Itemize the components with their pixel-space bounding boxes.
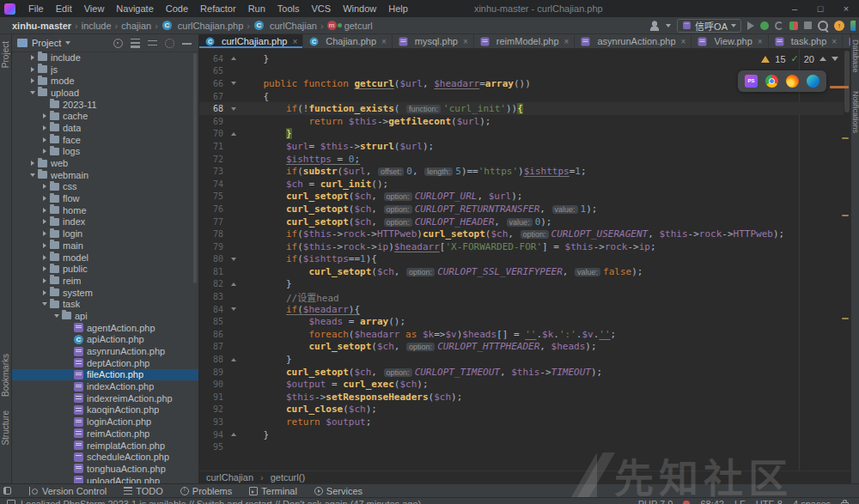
code-line-92[interactable]: 92 curl_close($ch); — [199, 404, 844, 416]
code-line-91[interactable]: 91 $this->setResponseHeaders($ch); — [199, 391, 844, 404]
debug-button[interactable] — [760, 21, 769, 30]
code-line-70[interactable]: 70 } — [199, 128, 844, 141]
code-line-94[interactable]: 94 } — [199, 428, 844, 441]
chevron-down-icon[interactable] — [666, 24, 671, 27]
menu-help[interactable]: Help — [382, 0, 414, 17]
line-number[interactable]: 74 — [199, 179, 227, 189]
code-line-78[interactable]: 78 if($this->rock->HTTPweb)curl_setopt($… — [199, 228, 844, 240]
scrollbar-caret-mark[interactable] — [830, 86, 849, 88]
tool-strip-database[interactable]: Database — [851, 39, 859, 73]
line-number[interactable]: 85 — [199, 317, 227, 326]
code-line-86[interactable]: 86 foreach($headarr as $k=>$v)$heads[] =… — [199, 328, 844, 341]
line-number[interactable]: 71 — [199, 142, 227, 151]
menu-navigate[interactable]: Navigate — [110, 0, 159, 17]
chevron-down-icon[interactable] — [65, 41, 70, 45]
hide-panel-icon[interactable] — [182, 39, 192, 48]
menu-edit[interactable]: Edit — [50, 0, 78, 17]
line-number[interactable]: 84 — [199, 305, 227, 314]
tab-reimModel.php[interactable]: reimModel.php× — [474, 34, 576, 48]
phpstorm-preview-icon[interactable]: PS — [745, 75, 758, 88]
tree-item-data[interactable]: data — [12, 122, 198, 134]
tab-curlChajian.php[interactable]: CcurlChajian.php× — [199, 34, 303, 48]
code-line-93[interactable]: 93 return $output; — [199, 416, 844, 428]
tree-item-apiAction.php[interactable]: CapiAction.php — [12, 334, 198, 346]
code-line-73[interactable]: 73 if(substr($url, offset:0, length:5)==… — [199, 165, 844, 178]
line-number[interactable]: 76 — [199, 204, 227, 214]
code-line-83[interactable]: 83 //设置head — [199, 290, 844, 303]
close-icon[interactable]: × — [463, 37, 468, 46]
tree-item-task[interactable]: task — [12, 298, 198, 310]
tool-version-control[interactable]: Version Control — [27, 486, 107, 496]
fold-icon[interactable] — [227, 258, 241, 261]
status-utf-8[interactable]: UTF-8 — [756, 499, 783, 504]
code-line-75[interactable]: 75 curl_setopt($ch, option:CURLOPT_URL, … — [199, 191, 844, 203]
fold-icon[interactable] — [227, 107, 241, 111]
tree-item-kaoqinAction.php[interactable]: kaoqinAction.php — [12, 404, 198, 416]
line-number[interactable]: 89 — [199, 367, 227, 377]
git-status-icon[interactable] — [683, 501, 690, 504]
breadcrumb-class[interactable]: curlChajian — [206, 472, 253, 483]
project-panel-title[interactable]: Project — [32, 38, 61, 48]
code-line-71[interactable]: 71 $url= $this->strurl($url); — [199, 140, 844, 153]
status-message[interactable]: Localized PhpStorm 2023.1 is available /… — [0, 498, 421, 504]
line-number[interactable]: 86 — [199, 330, 227, 339]
code-line-77[interactable]: 77 curl_setopt($ch, option:CURLOPT_HEADE… — [199, 216, 844, 228]
close-button[interactable]: × — [833, 0, 859, 17]
line-number[interactable]: 67 — [199, 92, 227, 101]
close-icon[interactable]: × — [681, 37, 686, 46]
code-line-80[interactable]: 80 if($ishttps==1){ — [199, 253, 844, 266]
tree-item-tonghuaAction.php[interactable]: tonghuaAction.php — [12, 463, 198, 475]
tree-item-index[interactable]: index — [12, 216, 198, 228]
breadcrumb-method[interactable]: getcurl() — [271, 472, 305, 483]
fold-icon[interactable] — [227, 282, 241, 286]
tree-item-reim[interactable]: reim — [12, 275, 198, 287]
tree-item-js[interactable]: js — [12, 64, 198, 76]
tab-task.php[interactable]: task.php× — [769, 34, 843, 48]
line-number[interactable]: 77 — [199, 217, 227, 227]
tree-item-flow[interactable]: flow — [12, 192, 198, 204]
close-icon[interactable]: × — [758, 37, 763, 46]
tool-strip-notifications[interactable]: Notifications — [851, 91, 859, 133]
tree-item-webmain[interactable]: webmain — [12, 169, 198, 181]
minimize-button[interactable]: – — [782, 0, 807, 17]
tree-item-uploadAction.php[interactable]: uploadAction.php — [12, 475, 198, 483]
menu-refactor[interactable]: Refactor — [194, 0, 242, 17]
maximize-button[interactable]: □ — [807, 0, 833, 17]
line-number[interactable]: 93 — [199, 417, 227, 427]
tree-item-api[interactable]: api — [12, 310, 198, 322]
tab-Chajian.php[interactable]: CChajian.php× — [303, 34, 393, 48]
line-number[interactable]: 82 — [199, 279, 227, 288]
fold-icon[interactable] — [227, 82, 241, 85]
breadcrumb-getcurl[interactable]: mgetcurl — [326, 21, 375, 31]
line-number[interactable]: 70 — [199, 129, 227, 138]
breadcrumb-curlChajian[interactable]: CcurlChajian — [252, 21, 319, 31]
tree-item-upload[interactable]: upload — [12, 87, 198, 99]
tab-index.php[interactable]: index.php× — [843, 34, 850, 48]
tree-item-mode[interactable]: mode — [12, 75, 198, 87]
coverage-button[interactable] — [789, 21, 798, 30]
line-number[interactable]: 80 — [199, 254, 227, 264]
locate-file-icon[interactable] — [113, 39, 123, 48]
menu-view[interactable]: View — [78, 0, 111, 17]
fold-icon[interactable] — [227, 433, 241, 436]
fold-icon[interactable] — [227, 358, 241, 361]
line-number[interactable]: 66 — [199, 79, 227, 88]
code-line-72[interactable]: 72 $ishttps = 0; — [199, 153, 844, 166]
tab-asynrunAction.php[interactable]: asynrunAction.php× — [575, 34, 691, 48]
chrome-icon[interactable] — [765, 75, 778, 88]
tree-item-home[interactable]: home — [12, 204, 198, 216]
line-number[interactable]: 92 — [199, 404, 227, 414]
code-line-79[interactable]: 79 if($this->rock->ip)$headarr['X-FORWAR… — [199, 240, 844, 253]
code-line-87[interactable]: 87 curl_setopt($ch, option:CURLOPT_HTTPH… — [199, 341, 844, 354]
line-number[interactable]: 88 — [199, 355, 227, 364]
status-lf[interactable]: LF — [734, 499, 746, 504]
tool-window-toggle-icon[interactable] — [3, 487, 11, 495]
code-line-69[interactable]: 69 return $this->getfilecont($url); — [199, 115, 844, 128]
breadcrumb-chajian[interactable]: chajian — [119, 21, 153, 31]
tree-item-login[interactable]: login — [12, 228, 198, 240]
line-number[interactable]: 72 — [199, 155, 227, 164]
tree-item-reimplatAction.php[interactable]: reimplatAction.php — [12, 440, 198, 452]
tab-mysql.php[interactable]: mysql.php× — [393, 34, 474, 48]
prev-issue-icon[interactable] — [819, 57, 826, 61]
line-number[interactable]: 64 — [199, 54, 227, 64]
